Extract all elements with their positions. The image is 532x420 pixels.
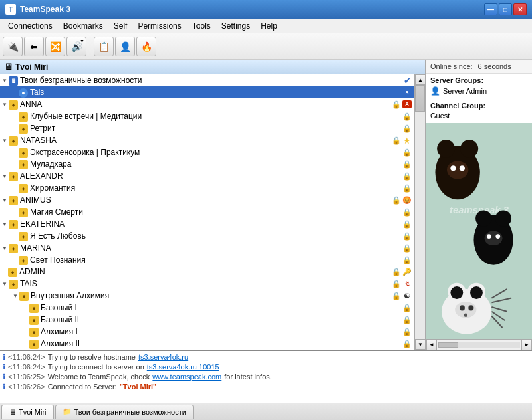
channel-tree[interactable]: ▼ 🖥 Твои безграничные возможности ✔ ● Ta… [0, 74, 414, 350]
tree-item[interactable]: ▼ ♦ Внутренняя Алхимия 🔒☯ [0, 290, 414, 302]
hscroll-track[interactable] [438, 342, 520, 348]
tree-item[interactable]: ♦ ADMIN 🔒🔑 [0, 266, 414, 278]
status-bar: 🖥 Tvoi Miri 📁 Твои безграничные возможно… [0, 403, 532, 420]
log-link[interactable]: ts3.serva4ok.ru [138, 353, 188, 361]
tree-item[interactable]: ♦ Алхимия I 🔒 [0, 326, 414, 338]
channel-icon: ♦ [9, 100, 18, 110]
panel-header-server-icon: 🖥 [4, 62, 13, 72]
toolbar-audio-btn[interactable]: 🔊▼ [66, 37, 86, 56]
tree-item[interactable]: ♦ Свет Познания 🔒 [0, 254, 414, 266]
server-admin-item: 👤 Server Admin [430, 86, 528, 96]
scroll-thumb[interactable] [415, 85, 425, 112]
tree-arrow: ▼ [12, 292, 19, 299]
key-icon: 🔑 [402, 267, 412, 276]
tree-item[interactable]: ♦ Хиромантия 🔒 [0, 182, 414, 194]
menu-bar: Connections Bookmarks Self Permissions T… [0, 19, 532, 33]
tree-label: Алхимия I [41, 327, 400, 336]
lock-icon: 🔒 [402, 124, 412, 133]
check-icon: ✔ [402, 76, 412, 85]
hscroll-right-btn[interactable]: ► [521, 340, 532, 350]
scroll-icon: ↯ [402, 279, 412, 288]
tree-right-icons: 🔒↯ [392, 279, 412, 288]
tree-item[interactable]: ♦ Базовый II 🔒 [0, 314, 414, 326]
channel-tree-container: ▼ 🖥 Твои безграничные возможности ✔ ● Ta… [0, 74, 425, 350]
channel-icon: ♦ [8, 268, 17, 277]
maximize-button[interactable]: □ [499, 3, 512, 15]
scroll-track[interactable] [415, 85, 425, 339]
tree-item[interactable]: ♦ Клубные встречи | Медитации 🔒 [0, 110, 414, 122]
tree-arrow: ▼ [1, 173, 8, 179]
tree-item[interactable]: ▼ ♦ MARINA 🔒 [0, 242, 414, 254]
svg-line-23 [491, 298, 511, 303]
tree-item[interactable]: ▼ ♦ ANNA 🔒A [0, 98, 414, 110]
tree-item[interactable]: ♦ Алхимия II 🔒 [0, 338, 414, 350]
menu-connections[interactable]: Connections [3, 19, 58, 33]
tree-item[interactable]: ♦ Я Есть Любовь 🔒 [0, 230, 414, 242]
channel-icon: ♦ [29, 316, 39, 325]
tree-label: Базовый I [41, 303, 400, 312]
tree-type-icon: ♦ [9, 219, 18, 229]
hscroll-left-btn[interactable]: ◄ [426, 340, 437, 350]
log-line: ℹ<11:06:26> Connected to Server: "Tvoi M… [3, 382, 529, 392]
star-icon: ★ [402, 136, 412, 145]
close-button[interactable]: ✕ [513, 3, 527, 15]
lock-icon: 🔒 [402, 183, 412, 193]
svg-point-16 [450, 286, 463, 299]
panel-header: 🖥 Tvoi Miri [0, 60, 425, 74]
tree-label: EKATERINA [20, 219, 400, 229]
channel-icon: ♦ [19, 232, 28, 241]
log-link[interactable]: www.teamspeak.com [152, 373, 221, 381]
tree-right-icons: 🔒 [402, 243, 412, 253]
tree-arrow: ▼ [1, 245, 8, 251]
menu-bookmarks[interactable]: Bookmarks [58, 19, 108, 33]
tree-item[interactable]: ▼ ♦ EKATERINA 🔒 [0, 218, 414, 230]
hscroll-thumb[interactable] [438, 342, 458, 348]
log-line: ℹ<11:06:24> Trying to connect to server … [3, 362, 529, 372]
channel-tree-scrollbar[interactable]: ▲ ▼ [414, 74, 425, 350]
menu-permissions[interactable]: Permissions [132, 19, 186, 33]
tree-item[interactable]: ▼ ♦ NATASHA 🔒★ [0, 134, 414, 146]
tree-type-icon: ♦ [19, 112, 28, 122]
tree-label: Экстрасенсорика | Практикум [30, 148, 400, 157]
tree-right-icons: 🔒 [402, 255, 412, 264]
tree-item[interactable]: ▼ ♦ ANIMUS 🔒😡 [0, 194, 414, 206]
channel-icon: ♦ [29, 340, 39, 349]
channel-icon: ♦ [19, 124, 28, 134]
tree-arrow: ▼ [1, 280, 8, 287]
tree-item[interactable]: ▼ ♦ ALEXANDR 🔒 [0, 170, 414, 182]
tree-label: Я Есть Любовь [30, 231, 400, 241]
toolbar-info-btn[interactable]: 📋 [94, 37, 114, 56]
tree-item[interactable]: ♦ Магия Смерти 🔒 [0, 206, 414, 218]
tree-type-icon: ♦ [19, 183, 28, 193]
menu-settings[interactable]: Settings [216, 19, 255, 33]
scroll-down-btn[interactable]: ▼ [415, 339, 425, 350]
toolbar-connect-btn[interactable]: 🔌 [3, 37, 23, 56]
menu-self[interactable]: Self [108, 19, 133, 33]
toolbar-fire-btn[interactable]: 🔥 [136, 37, 156, 56]
right-panel-hscrollbar[interactable]: ◄ ► [426, 339, 532, 350]
tree-item[interactable]: ♦ Базовый I 🔒 [0, 302, 414, 314]
scroll-up-btn[interactable]: ▲ [415, 74, 425, 85]
minimize-button[interactable]: — [484, 3, 497, 15]
tree-item[interactable]: ● Tais s [0, 86, 414, 98]
toolbar-switch-btn[interactable]: 🔀 [45, 37, 65, 56]
tree-item[interactable]: ♦ Ретрит 🔒 [0, 122, 414, 134]
tree-label: ANNA [20, 100, 389, 109]
toolbar-user-btn[interactable]: 👤 [115, 37, 135, 56]
status-tab-1[interactable]: 📁 Твои безграничные возможности [55, 405, 194, 419]
tree-item[interactable]: ▼ ♦ TAIS 🔒↯ [0, 278, 414, 290]
channel-icon: ♦ [19, 160, 28, 169]
log-text: Trying to connect to server on [48, 363, 144, 371]
tree-right-icons: 🔒A [392, 100, 412, 109]
tree-item[interactable]: ▼ 🖥 Твои безграничные возможности ✔ [0, 74, 414, 86]
log-link[interactable]: ts3.serva4ok.ru:10015 [147, 363, 219, 371]
tree-item[interactable]: ♦ Экстрасенсорика | Практикум 🔒 [0, 146, 414, 158]
toolbar-back-btn[interactable]: ⬅ [24, 37, 44, 56]
status-tab-0[interactable]: 🖥 Tvoi Miri [1, 405, 54, 419]
tree-item[interactable]: ♦ Муладхара 🔒 [0, 158, 414, 170]
menu-help[interactable]: Help [255, 19, 283, 33]
svg-point-21 [464, 313, 467, 316]
tree-right-icons: 🔒 [402, 124, 412, 133]
menu-tools[interactable]: Tools [187, 19, 216, 33]
log-time: <11:06:26> [8, 383, 45, 391]
